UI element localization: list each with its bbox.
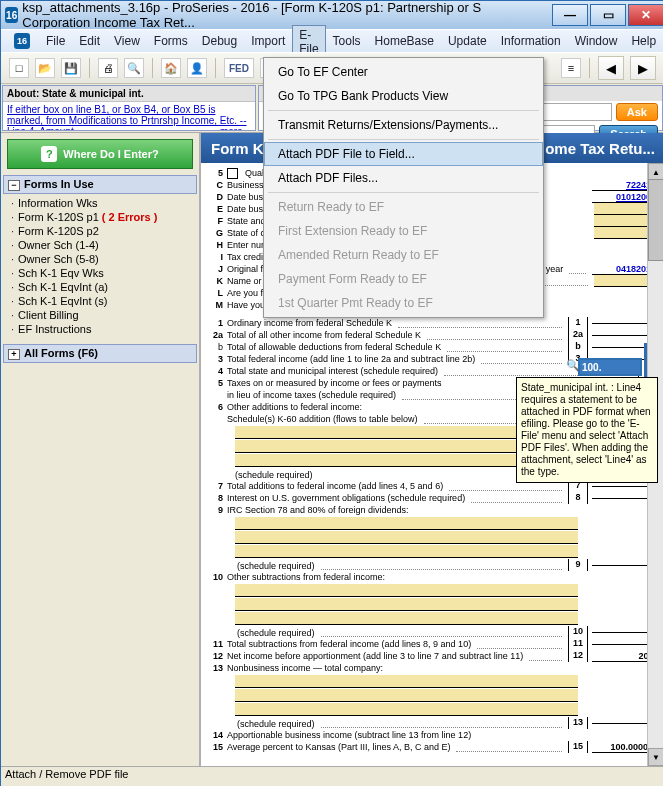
scroll-thumb[interactable] xyxy=(648,179,663,261)
app-icon: 16 xyxy=(5,7,18,23)
about-link[interactable]: If either box on line B1, or Box B4, or … xyxy=(7,104,247,130)
list-item[interactable]: ·Sch K-1 EqvInt (a) xyxy=(5,280,195,294)
dd-transmit[interactable]: Transmit Returns/Extensions/Payments... xyxy=(264,113,543,137)
dd-1st-quarter: 1st Quarter Pmt Ready to EF xyxy=(264,291,543,315)
where-do-i-enter-button[interactable]: ? Where Do I Enter? xyxy=(7,139,193,169)
dd-return-ready: Return Ready to EF xyxy=(264,195,543,219)
ask-button[interactable]: Ask xyxy=(616,103,658,121)
forms-in-use-head[interactable]: −Forms In Use xyxy=(3,175,197,194)
tb-prev-button[interactable]: ◀ xyxy=(598,56,624,80)
list-item[interactable]: ·EF Instructions xyxy=(5,322,195,336)
list-item[interactable]: ·Form K-120S p1 ( 2 Errors ) xyxy=(5,210,195,224)
left-pane: ? Where Do I Enter? −Forms In Use ·Infor… xyxy=(1,133,201,766)
menu-view[interactable]: View xyxy=(107,31,147,51)
list-item[interactable]: ·Owner Sch (1-4) xyxy=(5,238,195,252)
question-icon: ? xyxy=(41,146,57,162)
menu-window[interactable]: Window xyxy=(568,31,625,51)
list-item[interactable]: ·Form K-120S p2 xyxy=(5,224,195,238)
menu-debug[interactable]: Debug xyxy=(195,31,244,51)
menu-edit[interactable]: Edit xyxy=(72,31,107,51)
about-panel: About: State & municipal int. If either … xyxy=(2,85,256,131)
tb-new-icon[interactable]: □ xyxy=(9,58,29,78)
tb-preview-icon[interactable]: 🔍 xyxy=(124,58,144,78)
tb-save-icon[interactable]: 💾 xyxy=(61,58,81,78)
about-more-link[interactable]: more... xyxy=(220,126,251,130)
menu-homebase[interactable]: HomeBase xyxy=(368,31,441,51)
dd-tpg-bank[interactable]: Go To TPG Bank Products View xyxy=(264,84,543,108)
tb-print-icon[interactable]: 🖨 xyxy=(98,58,118,78)
tb-home-icon[interactable]: 🏠 xyxy=(161,58,181,78)
menu-file-icon[interactable]: 16 xyxy=(7,30,39,52)
dd-attach-pdf-files[interactable]: Attach PDF Files... xyxy=(264,166,543,190)
field-13-addl[interactable] xyxy=(235,675,578,688)
checkbox-5[interactable] xyxy=(227,168,238,179)
field-10-addl[interactable] xyxy=(235,584,578,597)
list-item[interactable]: ·Client Billing xyxy=(5,308,195,322)
dd-payment-form: Payment Form Ready to EF xyxy=(264,267,543,291)
dd-first-ext: First Extension Ready to EF xyxy=(264,219,543,243)
menu-help[interactable]: Help xyxy=(624,31,663,51)
field-13-addl[interactable] xyxy=(235,689,578,702)
magnifier-icon[interactable]: 🔍 xyxy=(566,359,578,371)
field-9-addl[interactable] xyxy=(235,545,578,558)
forms-in-use-list: ·Information Wks ·Form K-120S p1 ( 2 Err… xyxy=(5,196,195,336)
list-item[interactable]: ·Sch K-1 EqvInt (s) xyxy=(5,294,195,308)
menu-tools[interactable]: Tools xyxy=(326,31,368,51)
menu-import[interactable]: Import xyxy=(244,31,292,51)
dd-amended: Amended Return Ready to EF xyxy=(264,243,543,267)
tb-fed-button[interactable]: FED xyxy=(224,58,254,78)
list-item[interactable]: ·Owner Sch (5-8) xyxy=(5,252,195,266)
tb-misc-icon[interactable]: ≡ xyxy=(561,58,581,78)
all-forms-head[interactable]: +All Forms (F6) xyxy=(3,344,197,363)
field-13-addl[interactable] xyxy=(235,703,578,716)
tb-client-icon[interactable]: 👤 xyxy=(187,58,207,78)
active-edit-field[interactable] xyxy=(578,358,642,376)
list-item[interactable]: ·Sch K-1 Eqv Wks xyxy=(5,266,195,280)
scroll-down-icon[interactable]: ▼ xyxy=(648,748,663,766)
field-10-addl[interactable] xyxy=(235,598,578,611)
tooltip: State_municipal int. : Line4 requires a … xyxy=(516,377,658,483)
active-edit-input[interactable] xyxy=(580,360,640,374)
menu-file[interactable]: File xyxy=(39,31,72,51)
field-10-addl[interactable] xyxy=(235,612,578,625)
close-button[interactable]: ✕ xyxy=(628,4,663,26)
field-9-addl[interactable] xyxy=(235,531,578,544)
menubar: 16 File Edit View Forms Debug Import E-F… xyxy=(1,29,663,52)
menu-update[interactable]: Update xyxy=(441,31,494,51)
about-head: About: State & municipal int. xyxy=(3,86,255,102)
field-9-addl[interactable] xyxy=(235,517,578,530)
status-bar: Attach / Remove PDF file xyxy=(1,766,663,786)
window-title: ksp_attachments_3.16p - ProSeries - 2016… xyxy=(22,0,550,30)
dd-ef-center[interactable]: Go To EF Center xyxy=(264,60,543,84)
tb-open-icon[interactable]: 📂 xyxy=(35,58,55,78)
window-titlebar: 16 ksp_attachments_3.16p - ProSeries - 2… xyxy=(1,1,663,29)
list-item[interactable]: ·Information Wks xyxy=(5,196,195,210)
dd-attach-pdf-field[interactable]: Attach PDF File to Field... xyxy=(264,142,543,166)
menu-information[interactable]: Information xyxy=(494,31,568,51)
efile-dropdown: Go To EF Center Go To TPG Bank Products … xyxy=(263,57,544,318)
maximize-button[interactable]: ▭ xyxy=(590,4,626,26)
minimize-button[interactable]: — xyxy=(552,4,588,26)
tb-next-button[interactable]: ▶ xyxy=(630,56,656,80)
menu-forms[interactable]: Forms xyxy=(147,31,195,51)
